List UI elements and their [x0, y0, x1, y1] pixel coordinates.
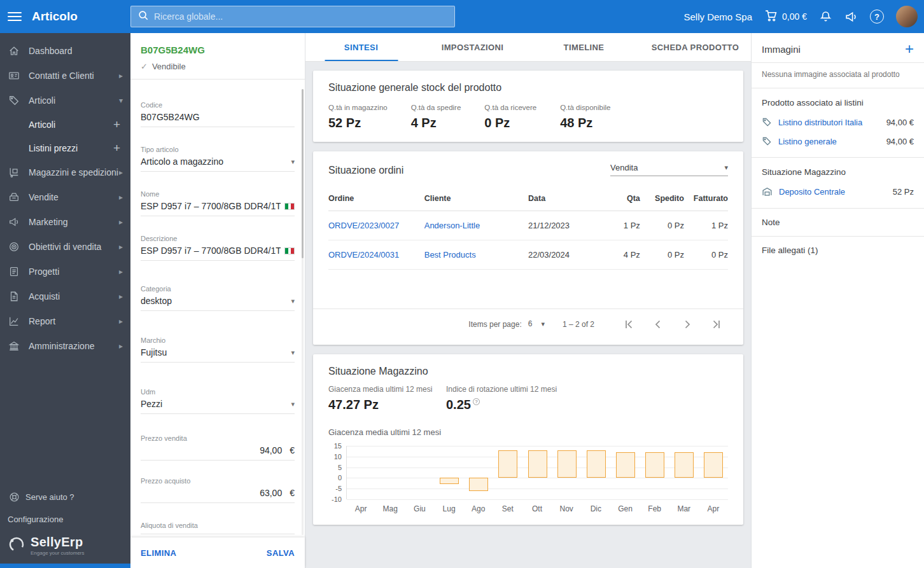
chart-xtick-label: Ott [522, 504, 552, 513]
global-search[interactable] [130, 6, 455, 27]
stat-label: Q.tà da spedire [411, 104, 461, 111]
sidebar-item-listini-prezzi[interactable]: Listini prezzi + [0, 136, 130, 160]
sidebar-item-progetti[interactable]: Progetti ▸ [0, 259, 130, 284]
tab-bar: SINTESI IMPOSTAZIONI TIMELINE SCHEDA PRO… [305, 33, 751, 62]
prezzo-vendita-field[interactable]: Prezzo vendita 94,00€ [141, 434, 295, 461]
scrollbar-thumb[interactable] [302, 89, 304, 258]
orders-table: Ordine Cliente Data Qta Spedito Fatturat… [328, 186, 728, 270]
items-per-page-select[interactable]: 6 ▾ [528, 319, 545, 329]
menu-icon[interactable] [8, 10, 22, 24]
orders-card: Situazione ordini Vendita ▾ Ordine Clien… [313, 151, 743, 345]
company-name[interactable]: Selly Demo Spa [684, 11, 753, 22]
stock-stats: Q.tà in magazzino 52 Pz Q.tà da spedire … [328, 104, 728, 130]
chart-bar [469, 478, 488, 490]
first-page-icon[interactable] [617, 318, 640, 331]
delete-button[interactable]: ELIMINA [141, 548, 176, 558]
next-page-icon[interactable] [676, 318, 699, 331]
sidebar-nav: Dashboard Contatti e Clienti ▸ Articoli … [0, 33, 130, 358]
previous-page-icon[interactable] [647, 318, 669, 331]
customer-link[interactable]: Anderson-Little [424, 221, 480, 230]
sidebar-item-report[interactable]: Report ▸ [0, 308, 130, 333]
warehouse-row[interactable]: Deposito Centrale 52 Pz [752, 182, 924, 202]
sidebar-item-articoli[interactable]: Articoli + [0, 113, 130, 136]
field-label: Categoria [141, 285, 295, 293]
codice-field[interactable]: Codice B07G5B24WG [141, 101, 295, 127]
sidebar-item-contatti-clienti[interactable]: Contatti e Clienti ▸ [0, 63, 130, 88]
sidebar-item-magazzini[interactable]: Magazzini e spedizioni ▸ [0, 160, 130, 184]
order-type-select[interactable]: Vendita ▾ [610, 163, 728, 176]
deposit-link[interactable]: Deposito Centrale [779, 187, 845, 197]
avatar[interactable] [896, 6, 918, 27]
notes-section[interactable]: Note [752, 209, 924, 236]
add-articolo-icon[interactable]: + [113, 118, 123, 132]
form-scrollbar[interactable] [302, 89, 304, 535]
field-label: Prezzo acquisto [141, 477, 295, 485]
stock-card-title: Situazione generale stock del prodotto [328, 82, 728, 94]
col-fatturato: Fatturato [684, 186, 728, 211]
dropdown-caret-icon: ▾ [541, 320, 545, 328]
tab-scheda-prodotto[interactable]: SCHEDA PRODOTTO [640, 33, 751, 61]
tab-impostazioni[interactable]: IMPOSTAZIONI [417, 33, 528, 61]
marchio-select[interactable]: Marchio Fujitsu▾ [141, 336, 295, 363]
prezzo-acquisto-field[interactable]: Prezzo acquisto 63,00€ [141, 477, 295, 503]
categoria-select[interactable]: Categoria desktop▾ [141, 285, 295, 311]
order-link[interactable]: ORDVE/2023/0027 [328, 221, 399, 230]
add-image-icon[interactable]: + [905, 43, 914, 55]
help-link[interactable]: Serve aiuto ? [0, 485, 130, 509]
info-icon[interactable]: ? [473, 398, 480, 405]
col-spedito: Spedito [640, 186, 684, 211]
chevron-right-icon: ▸ [119, 292, 123, 301]
chart-xtick-label: Ago [464, 504, 493, 513]
orders-pagination: Items per page: 6 ▾ 1 – 2 of 2 [328, 309, 728, 333]
tab-sintesi[interactable]: SINTESI [305, 33, 417, 61]
chart-ytick-label: 10 [334, 453, 342, 461]
save-button[interactable]: SALVA [267, 548, 295, 558]
attachments-section[interactable]: File allegati (1) [752, 237, 924, 264]
descrizione-field[interactable]: Descrizione ESP D957 i7 – 7700/8GB DDR4/… [141, 235, 295, 261]
customer-link[interactable]: Best Products [424, 250, 476, 260]
sidebar-item-articoli-parent[interactable]: Articoli ▾ [0, 88, 130, 113]
udm-select[interactable]: Udm Pezzi▾ [141, 388, 295, 414]
configuration-link[interactable]: Configurazione [0, 509, 130, 530]
chart-ytick-label: 15 [334, 442, 342, 450]
search-input[interactable] [154, 11, 448, 22]
help-icon[interactable]: ? [870, 10, 884, 24]
clipboard-icon [8, 265, 20, 278]
add-listino-icon[interactable]: + [113, 141, 123, 155]
sidebar-item-label: Contatti e Clienti [29, 71, 119, 81]
images-empty-text: Nessuna immagine associata al prodotto [752, 63, 924, 88]
pricelist-row[interactable]: Listino generale 94,00 € [752, 132, 924, 151]
page-title: Articolo [32, 10, 78, 24]
order-link[interactable]: ORDVE/2024/0031 [328, 250, 399, 260]
sidebar-item-acquisti[interactable]: Acquisti ▸ [0, 284, 130, 308]
sidebar-item-label: Progetti [29, 267, 119, 277]
last-page-icon[interactable] [705, 318, 728, 331]
nome-field[interactable]: Nome ESP D957 i7 – 7700/8GB DDR4/1TO W [141, 190, 295, 216]
pricelist-price: 94,00 € [886, 137, 914, 146]
tipo-articolo-select[interactable]: Tipo articolo Articolo a magazzino▾ [141, 146, 295, 172]
pricelist-link[interactable]: Listino distributori Italia [778, 118, 862, 127]
chart-ytick-label: -10 [332, 495, 342, 503]
sidebar-item-vendite[interactable]: Vendite ▸ [0, 184, 130, 209]
sidebar-item-dashboard[interactable]: Dashboard [0, 38, 130, 63]
pricelist-row[interactable]: Listino distributori Italia 94,00 € [752, 113, 924, 132]
items-per-page-value: 6 [528, 319, 533, 328]
cart-button[interactable]: 0,00 € [764, 9, 807, 24]
sidebar-item-amministrazione[interactable]: Amministrazione ▸ [0, 333, 130, 358]
sidebar-item-obiettivi[interactable]: Obiettivi di vendita ▸ [0, 234, 130, 259]
chart-bar [557, 450, 577, 478]
chart-bar [528, 450, 547, 478]
aliquota-field[interactable]: Aliquota di vendita [141, 522, 295, 534]
sidebar-item-label: Amministrazione [29, 341, 119, 351]
inventory-chart: 151050-5-10 [328, 446, 728, 499]
sidebar-item-marketing[interactable]: Marketing ▸ [0, 209, 130, 234]
order-row: ORDVE/2023/0027 Anderson-Little 21/12/20… [328, 211, 728, 240]
announcements-icon[interactable] [844, 10, 858, 24]
handtruck-icon [8, 166, 20, 179]
order-fatturato: 0 Pz [684, 240, 728, 270]
tab-timeline[interactable]: TIMELINE [528, 33, 640, 61]
dropdown-caret-icon: ▾ [724, 163, 728, 172]
field-label: Codice [141, 101, 295, 109]
pricelist-link[interactable]: Listino generale [778, 137, 837, 146]
notifications-icon[interactable] [819, 10, 832, 24]
